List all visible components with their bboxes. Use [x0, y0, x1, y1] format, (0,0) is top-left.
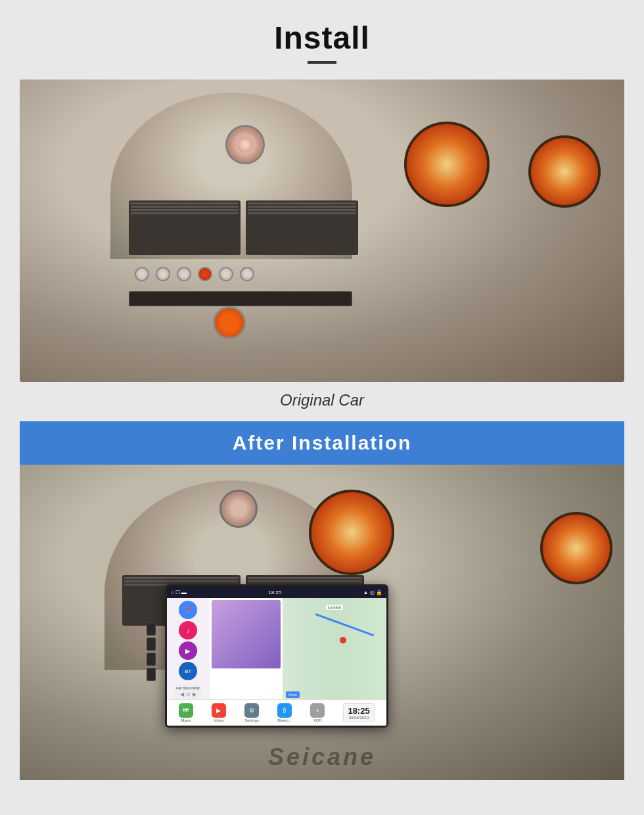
original-car-label: Original Car — [20, 391, 624, 409]
app-settings: ⚙ Settings — [244, 703, 259, 722]
nav-pin — [340, 637, 346, 643]
home-icon: ⌂ ☐ ▬ — [171, 590, 187, 595]
app-maps: 🗺 Maps — [179, 703, 193, 722]
after-install-container: After Installation — [20, 421, 624, 780]
time-display: 18:25 09/06/2023 — [343, 703, 374, 722]
page-title: Install — [274, 20, 370, 56]
nav-destination: London — [326, 605, 343, 610]
search-btn[interactable]: ⊙ — [186, 691, 191, 697]
btn-3 — [177, 267, 191, 281]
side-btn-2 — [147, 638, 156, 651]
after-center-knob — [219, 490, 258, 528]
prev-btn[interactable]: ◀ — [180, 691, 184, 697]
btn-2 — [156, 267, 170, 281]
bluetooth-label: Blueto... — [277, 718, 292, 722]
add-label: ADD — [313, 718, 322, 722]
screen-bottom-bar: 🗺 Maps ▶ Video ⚙ Settings ₿ Blueto... — [167, 699, 386, 726]
btn-1 — [135, 267, 149, 281]
app-video: ▶ Video — [212, 703, 226, 722]
head-unit-screen: ⌂ ☐ ▬ 18:25 ▲ ◎ 🔒 📍 ♪ ▶ BT FM 88.00 — [165, 584, 388, 728]
cd-slot — [129, 291, 352, 306]
after-install-banner: After Installation — [20, 421, 624, 465]
status-icons: ▲ ◎ 🔒 — [363, 590, 382, 595]
maps-label: Maps — [181, 718, 191, 722]
bt-icon: BT — [179, 662, 197, 680]
settings-label: Settings — [244, 718, 259, 722]
app-bluetooth: ₿ Blueto... — [277, 703, 292, 722]
after-install-image: ⌂ ☐ ▬ 18:25 ▲ ◎ 🔒 📍 ♪ ▶ BT FM 88.00 — [20, 465, 624, 780]
maps-bottom-icon: 🗺 — [179, 703, 193, 718]
vents — [129, 200, 359, 255]
radio-freq: FM 88.00 MHz ◀ ⊙ ▶ — [174, 685, 202, 699]
after-gauge-right — [540, 512, 612, 584]
time-big: 18:25 — [348, 706, 369, 716]
gauge-left — [404, 122, 490, 207]
title-divider — [308, 61, 336, 64]
side-btn-4 — [147, 668, 156, 681]
app-add: + ADD — [310, 703, 325, 722]
center-knob — [225, 125, 265, 164]
vent-left — [129, 200, 241, 255]
buttons-row — [135, 267, 352, 281]
btn-5 — [240, 267, 254, 281]
date-display: 09/06/2023 — [349, 716, 369, 720]
music-icon: ♪ — [179, 621, 197, 640]
btn-accent — [198, 267, 212, 281]
head-unit-side-buttons — [147, 622, 156, 681]
nav-eta: 8min — [286, 691, 300, 698]
original-car-image — [20, 80, 624, 382]
settings-bottom-icon: ⚙ — [244, 703, 259, 718]
original-car-section: Original Car After Installation — [20, 80, 624, 780]
gauges-area — [328, 95, 606, 367]
side-btn-1 — [147, 622, 156, 636]
video-label: Video — [214, 718, 223, 722]
after-gauge-left — [309, 490, 394, 575]
maps-icon: 📍 — [179, 601, 197, 619]
video-bottom-icon: ▶ — [212, 703, 226, 718]
screen-status-bar: ⌂ ☐ ▬ 18:25 ▲ ◎ 🔒 — [167, 586, 386, 598]
after-install-banner-text: After Installation — [233, 432, 412, 454]
next-btn[interactable]: ▶ — [193, 691, 196, 697]
gauge-right — [528, 135, 601, 208]
side-btn-3 — [147, 653, 156, 666]
video-icon: ▶ — [179, 641, 197, 660]
add-bottom-icon: + — [310, 703, 325, 718]
btn-4 — [219, 267, 233, 281]
bluetooth-bottom-icon: ₿ — [277, 703, 292, 718]
screen-time: 18:25 — [268, 590, 281, 595]
seicane-watermark: Seicane — [268, 743, 376, 771]
